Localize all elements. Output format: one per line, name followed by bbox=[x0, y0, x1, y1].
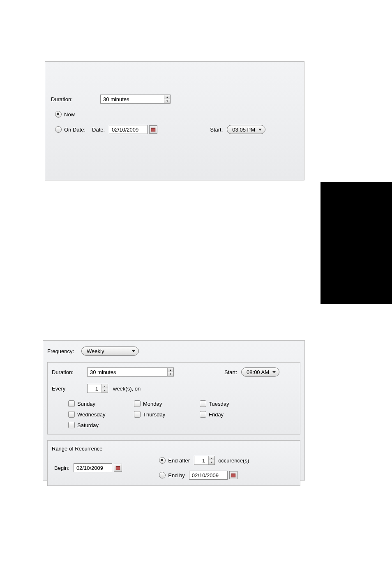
spinner-up-icon[interactable]: ▲ bbox=[209, 456, 214, 460]
calendar-icon[interactable] bbox=[149, 125, 157, 134]
now-label: Now bbox=[64, 111, 75, 118]
every-spinner[interactable]: 1 ▲ ▼ bbox=[87, 384, 108, 393]
one-time-schedule-panel: Duration: 30 minutes ▲ ▼ Now On Date: Da… bbox=[45, 61, 304, 180]
recurrence-schedule-panel: Frequency: Weekly Duration: 30 minutes ▲… bbox=[43, 340, 305, 481]
frequency-label: Frequency: bbox=[47, 348, 74, 354]
spinner-up-icon[interactable]: ▲ bbox=[168, 368, 173, 372]
every-value: 1 bbox=[88, 384, 101, 393]
start-label: Start: bbox=[224, 369, 237, 375]
day-wednesday[interactable]: Wednesday bbox=[68, 411, 118, 418]
day-saturday[interactable]: Saturday bbox=[68, 422, 118, 428]
checkbox-icon[interactable] bbox=[200, 411, 206, 418]
day-label: Friday bbox=[209, 411, 224, 418]
calendar-icon[interactable] bbox=[114, 464, 122, 472]
chevron-down-icon bbox=[132, 350, 135, 352]
spinner-down-icon[interactable]: ▼ bbox=[168, 372, 173, 376]
days-container: Sunday Monday Tuesday Wednesday Thursday… bbox=[52, 400, 296, 428]
day-sunday[interactable]: Sunday bbox=[68, 400, 118, 407]
date-label: Date: bbox=[92, 127, 105, 133]
now-radio[interactable] bbox=[55, 111, 62, 118]
on-date-label: On Date: bbox=[64, 127, 85, 133]
start-time-dropdown[interactable]: 08:00 AM bbox=[241, 367, 279, 377]
start-label: Start: bbox=[210, 127, 223, 133]
spinner-buttons: ▲ ▼ bbox=[164, 95, 170, 103]
end-after-label: End after bbox=[168, 458, 190, 464]
day-label: Monday bbox=[143, 401, 162, 407]
end-by-label: End by bbox=[168, 472, 184, 478]
spinner-down-icon[interactable]: ▼ bbox=[209, 460, 214, 464]
spinner-buttons: ▲ ▼ bbox=[208, 456, 214, 464]
day-label: Saturday bbox=[77, 422, 99, 428]
begin-date-value: 02/10/2009 bbox=[76, 465, 103, 471]
spinner-up-icon[interactable]: ▲ bbox=[164, 95, 170, 99]
date-value: 02/10/2009 bbox=[112, 127, 138, 133]
end-after-radio[interactable] bbox=[159, 457, 166, 464]
end-after-value: 1 bbox=[194, 456, 208, 464]
duration-label: Duration: bbox=[51, 96, 96, 102]
weekly-settings-group: Duration: 30 minutes ▲ ▼ Start: 08:00 AM bbox=[47, 362, 300, 434]
day-thursday[interactable]: Thursday bbox=[134, 411, 183, 418]
calendar-icon[interactable] bbox=[229, 471, 238, 479]
begin-date-input[interactable]: 02/10/2009 bbox=[74, 463, 112, 472]
begin-label: Begin: bbox=[54, 465, 69, 471]
chevron-down-icon bbox=[258, 129, 262, 131]
duration-value: 30 minutes bbox=[101, 95, 164, 103]
end-by-date-value: 02/10/2009 bbox=[192, 472, 219, 478]
occurrences-label: occurence(s) bbox=[218, 458, 249, 464]
spinner-up-icon[interactable]: ▲ bbox=[102, 384, 108, 388]
svg-rect-1 bbox=[151, 128, 155, 129]
checkbox-icon[interactable] bbox=[68, 400, 75, 407]
day-friday[interactable]: Friday bbox=[200, 411, 249, 418]
black-region bbox=[321, 182, 392, 304]
duration-label: Duration: bbox=[52, 369, 83, 375]
checkbox-icon[interactable] bbox=[68, 411, 75, 418]
duration-value: 30 minutes bbox=[88, 368, 167, 376]
start-time-dropdown[interactable]: 03:05 PM bbox=[227, 125, 265, 134]
day-label: Tuesday bbox=[209, 401, 229, 407]
range-of-recurrence-group: Range of Recurrence Begin: 02/10/2009 En… bbox=[47, 440, 300, 486]
day-label: Thursday bbox=[143, 411, 165, 418]
every-label: Every bbox=[52, 386, 83, 392]
checkbox-icon[interactable] bbox=[200, 400, 206, 407]
spinner-down-icon[interactable]: ▼ bbox=[164, 99, 170, 103]
start-time-value: 08:00 AM bbox=[247, 369, 269, 375]
day-monday[interactable]: Monday bbox=[134, 400, 183, 407]
weeks-on-label: week(s), on bbox=[113, 386, 141, 392]
day-tuesday[interactable]: Tuesday bbox=[200, 400, 249, 407]
duration-spinner[interactable]: 30 minutes ▲ ▼ bbox=[87, 367, 174, 377]
end-by-date-input[interactable]: 02/10/2009 bbox=[189, 471, 228, 480]
day-label: Wednesday bbox=[77, 411, 105, 418]
on-date-radio[interactable] bbox=[55, 126, 62, 133]
checkbox-icon[interactable] bbox=[68, 422, 75, 428]
start-time-value: 03:05 PM bbox=[232, 127, 255, 133]
day-label: Sunday bbox=[77, 401, 95, 407]
checkbox-icon[interactable] bbox=[134, 400, 141, 407]
spinner-buttons: ▲ ▼ bbox=[167, 368, 173, 376]
spinner-buttons: ▲ ▼ bbox=[101, 384, 108, 393]
duration-spinner[interactable]: 30 minutes ▲ ▼ bbox=[100, 95, 171, 104]
chevron-down-icon bbox=[272, 371, 276, 373]
checkbox-icon[interactable] bbox=[134, 411, 141, 418]
frequency-value: Weekly bbox=[87, 348, 104, 354]
end-by-radio[interactable] bbox=[159, 472, 166, 478]
range-title: Range of Recurrence bbox=[52, 446, 296, 452]
end-after-spinner[interactable]: 1 ▲ ▼ bbox=[194, 456, 215, 465]
svg-rect-5 bbox=[231, 474, 235, 474]
spinner-down-icon[interactable]: ▼ bbox=[102, 388, 108, 393]
svg-rect-3 bbox=[116, 466, 120, 467]
date-input[interactable]: 02/10/2009 bbox=[109, 125, 148, 134]
frequency-dropdown[interactable]: Weekly bbox=[81, 347, 139, 356]
